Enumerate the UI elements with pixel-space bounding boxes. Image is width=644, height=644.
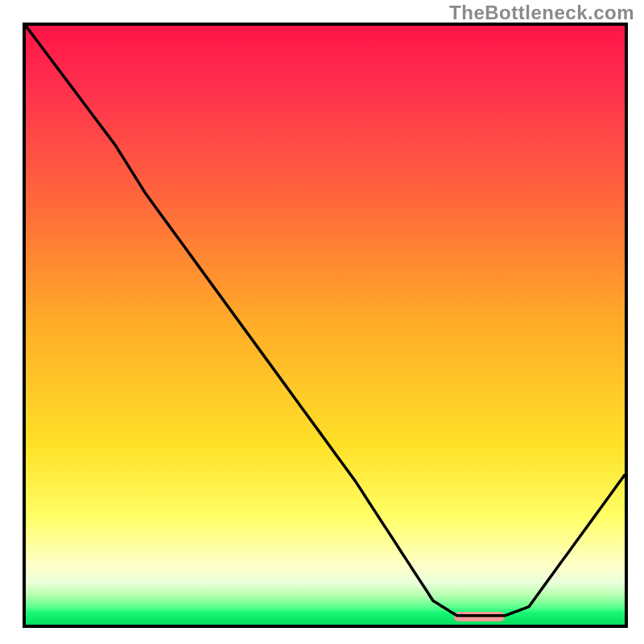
- plot-area: [23, 23, 628, 628]
- bottleneck-curve: [26, 26, 625, 616]
- watermark-text: TheBottleneck.com: [449, 2, 634, 24]
- curve-layer: [26, 26, 625, 625]
- chart-frame: TheBottleneck.com: [0, 0, 644, 644]
